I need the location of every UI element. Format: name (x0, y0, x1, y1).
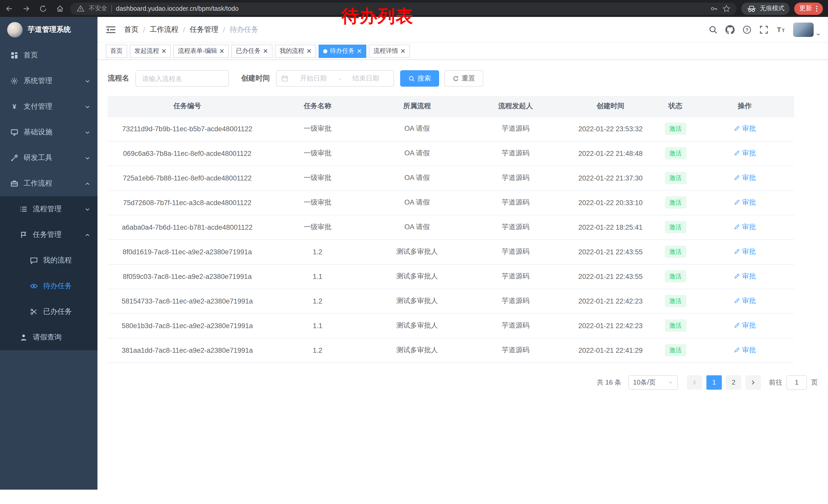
date-range-picker[interactable]: 开始日期 - 结束日期 (276, 70, 394, 87)
tab-1[interactable]: 发起流程 (130, 44, 171, 58)
approve-link[interactable]: 审批 (733, 198, 756, 207)
svg-text:T: T (777, 26, 781, 33)
approve-label: 审批 (742, 272, 756, 281)
svg-text:T: T (782, 28, 785, 33)
page-button-2[interactable]: 2 (726, 375, 741, 390)
cell-status: 激活 (656, 166, 695, 190)
search-icon[interactable] (708, 25, 718, 34)
approve-link[interactable]: 审批 (733, 124, 756, 133)
breadcrumb-item-0[interactable]: 首页 (124, 25, 138, 34)
table-row: 381aa1dd-7ac8-11ec-a9e2-a2380e71991a1.2测… (108, 338, 794, 363)
incognito-icon (746, 4, 757, 12)
approve-label: 审批 (742, 198, 756, 207)
fullscreen-icon[interactable] (759, 25, 769, 34)
reset-button[interactable]: 重置 (444, 70, 483, 87)
sidebar-item-11[interactable]: 请假查询 (0, 325, 97, 350)
table-row: 8f059c03-7ac8-11ec-a9e2-a2380e71991a1.1测… (108, 264, 794, 289)
back-icon[interactable] (5, 4, 13, 12)
sidebar-item-8[interactable]: 我的流程 (0, 248, 97, 273)
cell-created: 2022-01-22 18:25:41 (565, 215, 656, 239)
sidebar-item-1[interactable]: 系统管理 (0, 68, 97, 94)
cell-status: 激活 (656, 239, 695, 264)
sidebar-item-10[interactable]: 已办任务 (0, 299, 97, 325)
approve-link[interactable]: 审批 (733, 296, 756, 306)
user-avatar[interactable] (793, 22, 814, 37)
approve-link[interactable]: 审批 (733, 272, 756, 281)
goto-page-input[interactable] (786, 375, 807, 390)
page-size-select[interactable]: 10条/页 (628, 375, 678, 390)
user-menu[interactable] (793, 22, 821, 37)
create-time-label: 创建时间 (241, 74, 270, 83)
cell-name: 一级审批 (267, 166, 368, 190)
forward-icon[interactable] (22, 4, 30, 12)
security-label[interactable]: 不安全 (89, 4, 107, 13)
tab-label: 我的流程 (280, 47, 304, 55)
close-icon[interactable] (357, 49, 362, 53)
close-icon[interactable] (307, 49, 312, 53)
sidebar-item-5[interactable]: 工作流程 (0, 171, 97, 196)
start-date-placeholder: 开始日期 (290, 74, 336, 83)
refresh-icon (452, 75, 459, 82)
home-icon[interactable] (56, 4, 64, 12)
approve-link[interactable]: 审批 (733, 247, 756, 256)
breadcrumb-item-1[interactable]: 工作流程 (150, 25, 178, 34)
close-icon[interactable] (263, 49, 268, 53)
approve-link[interactable]: 审批 (733, 173, 756, 183)
search-button[interactable]: 搜索 (400, 70, 439, 87)
tab-label: 流程详情 (373, 47, 398, 55)
process-name-input[interactable] (135, 70, 229, 87)
app-header: 首页/工作流程/任务管理/待办任务 ? TT (97, 17, 828, 43)
menu-dots-icon[interactable] (816, 5, 818, 12)
table-row: 73211d9d-7b9b-11ec-b5b7-acde48001122一级审批… (108, 117, 794, 141)
cell-id: a6aba0a4-7b6d-11ec-b781-acde48001122 (108, 215, 267, 239)
chevron-down-icon (85, 78, 90, 84)
next-page-button[interactable] (745, 375, 761, 390)
sidebar-item-3[interactable]: 基础设施 (0, 120, 97, 145)
star-icon[interactable] (722, 4, 731, 12)
tab-0[interactable]: 首页 (106, 44, 127, 58)
column-header-0: 任务编号 (108, 96, 267, 117)
approve-link[interactable]: 审批 (733, 321, 756, 330)
tab-3[interactable]: 已办任务 (232, 44, 273, 58)
close-icon[interactable] (162, 49, 166, 53)
tab-5[interactable]: 待办任务 (319, 44, 366, 58)
approve-label: 审批 (742, 346, 756, 355)
devtools-icon (10, 154, 18, 162)
reload-icon[interactable] (39, 4, 47, 12)
tab-6[interactable]: 流程详情 (369, 44, 410, 58)
github-icon[interactable] (726, 25, 735, 34)
page-button-1[interactable]: 1 (706, 375, 722, 390)
tab-2[interactable]: 流程表单-编辑 (173, 44, 229, 58)
approve-link[interactable]: 审批 (733, 149, 756, 158)
approve-link[interactable]: 审批 (733, 223, 756, 232)
edit-icon (733, 150, 740, 156)
close-icon[interactable] (401, 49, 405, 53)
sidebar-item-9[interactable]: 待办任务 (0, 273, 97, 299)
font-size-icon[interactable]: TT (776, 25, 785, 34)
close-icon[interactable] (219, 49, 224, 53)
cell-initiator: 芋道源码 (466, 313, 565, 338)
cell-action: 审批 (695, 190, 794, 215)
breadcrumb-item-2[interactable]: 任务管理 (190, 25, 218, 34)
approve-link[interactable]: 审批 (733, 346, 756, 355)
incognito-badge: 无痕模式 (741, 2, 790, 15)
sidebar-collapse-icon[interactable] (106, 25, 116, 35)
sidebar-item-2[interactable]: ¥支付管理 (0, 94, 97, 120)
cell-process: OA 请假 (368, 141, 466, 166)
tab-4[interactable]: 我的流程 (275, 44, 316, 58)
sidebar-item-0[interactable]: 首页 (0, 43, 97, 68)
sidebar-item-6[interactable]: 流程管理 (0, 196, 97, 222)
status-badge: 激活 (665, 147, 686, 159)
sidebar-item-7[interactable]: 任务管理 (0, 222, 97, 248)
update-label: 更新 (799, 4, 812, 13)
url-text[interactable]: dashboard.yudao.iocoder.cn/bpm/task/todo (116, 5, 239, 12)
prev-page-button[interactable] (687, 375, 702, 390)
help-icon[interactable]: ? (742, 25, 752, 34)
total-count: 共 16 条 (597, 378, 621, 387)
key-icon[interactable] (710, 4, 718, 12)
app-logo[interactable]: 芋道管理系统 (0, 17, 97, 43)
sidebar-item-4[interactable]: 研发工具 (0, 145, 97, 171)
update-button[interactable]: 更新 (794, 2, 823, 15)
cell-created: 2022-01-22 21:48:48 (565, 141, 656, 166)
cell-process: OA 请假 (368, 166, 466, 190)
